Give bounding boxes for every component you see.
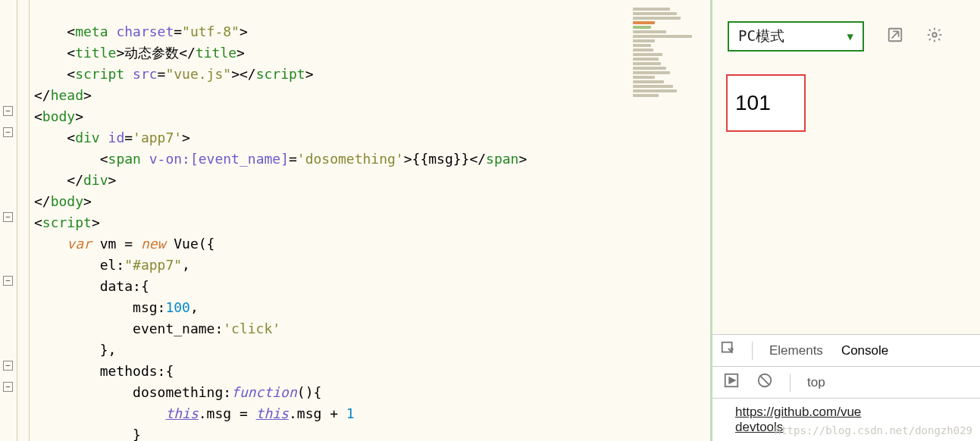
fold-toggle[interactable]: − xyxy=(3,361,13,371)
code-content[interactable]: <meta charset="utf-8"> <title>动态参数</titl… xyxy=(34,21,527,441)
play-icon[interactable] xyxy=(723,372,740,393)
external-link-icon[interactable] xyxy=(887,27,903,47)
fold-toggle[interactable]: − xyxy=(3,106,13,116)
svg-point-1 xyxy=(932,33,937,37)
console-link[interactable]: https://github.com/vue xyxy=(735,405,861,419)
devtools-tabs: Elements Console xyxy=(712,335,980,367)
context-selector[interactable]: top xyxy=(807,375,825,390)
preview-panel: PC模式 ▼ 101 Elements Console xyxy=(712,0,980,441)
output-box[interactable]: 101 xyxy=(726,74,806,132)
tab-elements[interactable]: Elements xyxy=(768,337,825,364)
minimap[interactable] xyxy=(629,0,712,441)
inspect-icon[interactable] xyxy=(720,340,737,361)
tab-console[interactable]: Console xyxy=(840,337,890,364)
output-value: 101 xyxy=(735,91,771,115)
watermark: https://blog.csdn.net/dongzh029 xyxy=(775,424,972,436)
fold-toggle[interactable]: − xyxy=(3,212,13,222)
fold-toggle[interactable]: − xyxy=(3,127,13,137)
editor-gutter: −−−−−− xyxy=(0,0,30,441)
fold-toggle[interactable]: − xyxy=(3,382,13,392)
mode-dropdown[interactable]: PC模式 ▼ xyxy=(728,21,864,52)
gear-icon[interactable] xyxy=(926,27,943,47)
preview-toolbar: PC模式 ▼ xyxy=(712,0,980,52)
chevron-down-icon: ▼ xyxy=(847,30,853,42)
code-editor[interactable]: −−−−−− <meta charset="utf-8"> <title>动态参… xyxy=(0,0,629,441)
console-toolbar: top xyxy=(712,367,980,399)
fold-toggle[interactable]: − xyxy=(3,276,13,286)
clear-icon[interactable] xyxy=(756,372,773,393)
dropdown-label: PC模式 xyxy=(738,27,784,46)
